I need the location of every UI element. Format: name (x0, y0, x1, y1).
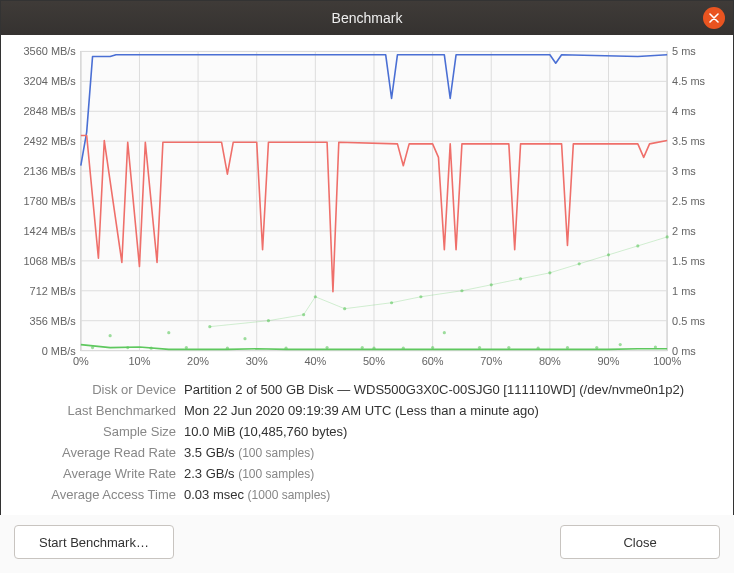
svg-point-57 (109, 334, 112, 337)
svg-text:1.5 ms: 1.5 ms (672, 255, 705, 267)
label-sample: Sample Size (19, 424, 184, 439)
label-write: Average Write Rate (19, 466, 184, 481)
svg-text:0%: 0% (73, 355, 89, 367)
value-disk: Partition 2 of 500 GB Disk — WDS500G3X0C… (184, 382, 715, 397)
svg-text:1 ms: 1 ms (672, 285, 696, 297)
svg-text:40%: 40% (304, 355, 326, 367)
svg-text:0 MB/s: 0 MB/s (42, 345, 77, 357)
close-button[interactable]: Close (560, 525, 720, 559)
window-title: Benchmark (332, 10, 403, 26)
value-write: 2.3 GB/s (100 samples) (184, 466, 715, 481)
svg-text:20%: 20% (187, 355, 209, 367)
svg-text:70%: 70% (480, 355, 502, 367)
svg-text:1424 MB/s: 1424 MB/s (23, 225, 76, 237)
benchmark-chart: 0 MB/s0 ms356 MB/s0.5 ms712 MB/s1 ms1068… (19, 45, 715, 375)
svg-text:2848 MB/s: 2848 MB/s (23, 105, 76, 117)
footer: Start Benchmark… Close (0, 515, 734, 573)
svg-text:30%: 30% (246, 355, 268, 367)
value-access: 0.03 msec (1000 samples) (184, 487, 715, 502)
svg-text:356 MB/s: 356 MB/s (30, 315, 77, 327)
info-row-access: Average Access Time 0.03 msec (1000 samp… (19, 484, 715, 505)
svg-text:5 ms: 5 ms (672, 45, 696, 57)
svg-text:4 ms: 4 ms (672, 105, 696, 117)
info-row-sample: Sample Size 10.0 MiB (10,485,760 bytes) (19, 421, 715, 442)
svg-point-64 (243, 337, 246, 340)
info-row-write: Average Write Rate 2.3 GB/s (100 samples… (19, 463, 715, 484)
value-last: Mon 22 Jun 2020 09:19:39 AM UTC (Less th… (184, 403, 715, 418)
svg-text:10%: 10% (128, 355, 150, 367)
svg-point-60 (167, 331, 170, 334)
svg-text:90%: 90% (598, 355, 620, 367)
svg-text:100%: 100% (653, 355, 681, 367)
value-read: 3.5 GB/s (100 samples) (184, 445, 715, 460)
titlebar: Benchmark (1, 1, 733, 35)
svg-text:0.5 ms: 0.5 ms (672, 315, 705, 327)
svg-text:60%: 60% (422, 355, 444, 367)
svg-text:3.5 ms: 3.5 ms (672, 135, 705, 147)
label-read: Average Read Rate (19, 445, 184, 460)
svg-point-77 (443, 331, 446, 334)
close-icon[interactable] (703, 7, 725, 29)
start-benchmark-button[interactable]: Start Benchmark… (14, 525, 174, 559)
info-row-read: Average Read Rate 3.5 GB/s (100 samples) (19, 442, 715, 463)
svg-text:3 ms: 3 ms (672, 165, 696, 177)
value-sample: 10.0 MiB (10,485,760 bytes) (184, 424, 715, 439)
label-access: Average Access Time (19, 487, 184, 502)
svg-point-89 (619, 343, 622, 346)
info-row-last: Last Benchmarked Mon 22 Jun 2020 09:19:3… (19, 400, 715, 421)
svg-text:50%: 50% (363, 355, 385, 367)
svg-text:1068 MB/s: 1068 MB/s (23, 255, 76, 267)
svg-text:2.5 ms: 2.5 ms (672, 195, 705, 207)
svg-text:1780 MB/s: 1780 MB/s (23, 195, 76, 207)
svg-text:2492 MB/s: 2492 MB/s (23, 135, 76, 147)
svg-text:3204 MB/s: 3204 MB/s (23, 75, 76, 87)
label-disk: Disk or Device (19, 382, 184, 397)
svg-text:712 MB/s: 712 MB/s (30, 285, 77, 297)
svg-text:2136 MB/s: 2136 MB/s (23, 165, 76, 177)
svg-text:2 ms: 2 ms (672, 225, 696, 237)
label-last: Last Benchmarked (19, 403, 184, 418)
svg-text:3560 MB/s: 3560 MB/s (23, 45, 76, 57)
svg-text:80%: 80% (539, 355, 561, 367)
info-panel: Disk or Device Partition 2 of 500 GB Dis… (19, 379, 715, 505)
info-row-disk: Disk or Device Partition 2 of 500 GB Dis… (19, 379, 715, 400)
svg-text:4.5 ms: 4.5 ms (672, 75, 705, 87)
